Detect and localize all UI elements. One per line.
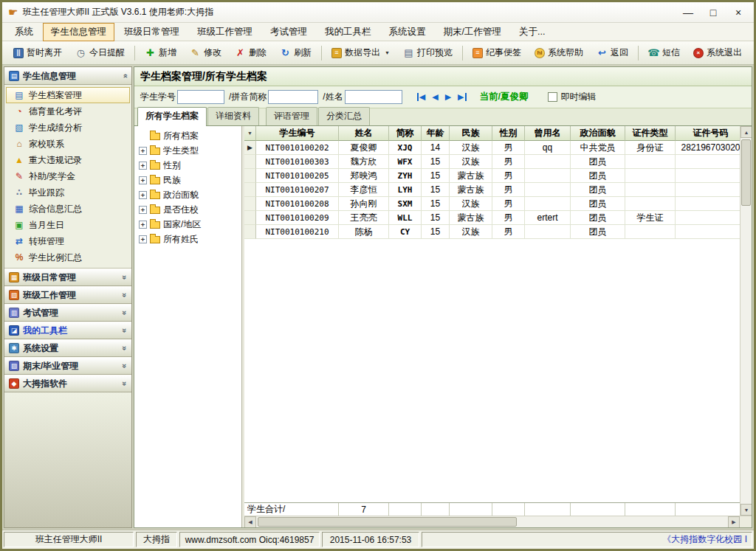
sms-button[interactable]: ☎短信 bbox=[642, 43, 687, 63]
column-header[interactable]: 性别 bbox=[492, 126, 525, 141]
instant-edit-checkbox[interactable] bbox=[548, 92, 557, 102]
table-row[interactable]: NIT0010100209王亮亮WLL15蒙古族男ertert团员学生证1986 bbox=[244, 211, 740, 225]
vertical-scroll-thumb[interactable] bbox=[741, 139, 751, 206]
tree-item[interactable]: +是否住校 bbox=[134, 202, 241, 217]
menu-item[interactable]: 期末/工作管理 bbox=[436, 23, 509, 41]
memo-button[interactable]: ≡纪事便签 bbox=[466, 43, 528, 63]
select-all-header[interactable]: ▼ bbox=[244, 126, 256, 141]
instant-edit-toggle[interactable]: 即时编辑 bbox=[548, 91, 597, 103]
column-header[interactable]: 年龄 bbox=[422, 126, 450, 141]
column-header[interactable]: 简称 bbox=[389, 126, 422, 141]
menu-item[interactable]: 考试管理 bbox=[262, 23, 315, 41]
sidebar-item[interactable]: ▣当月生日 bbox=[6, 217, 130, 233]
table-row[interactable]: NIT0010100208孙向刚SXM15汉族男团员1986 bbox=[244, 197, 740, 211]
table-row[interactable]: NIT0010100205郑映鸿ZYH15蒙古族男团员1986 bbox=[244, 169, 740, 183]
column-header[interactable]: 学生编号 bbox=[256, 126, 339, 141]
system-exit-button[interactable]: ×系统退出 bbox=[687, 43, 749, 63]
scroll-up-button[interactable]: ▲ bbox=[740, 126, 752, 138]
sidebar-item[interactable]: ▦综合信息汇总 bbox=[6, 201, 130, 217]
sidebar-item[interactable]: ✎补助/奖学金 bbox=[6, 168, 130, 184]
sidebar-item[interactable]: ▲重大违规记录 bbox=[6, 152, 130, 168]
tree-expander-icon[interactable]: + bbox=[139, 206, 147, 214]
tree-expander-icon[interactable]: + bbox=[139, 235, 147, 243]
nav-last-button[interactable]: ▶ bbox=[458, 93, 466, 101]
today-reminder-button[interactable]: ◷今日提醒 bbox=[69, 43, 131, 63]
nav-next-button[interactable]: ▶ bbox=[445, 93, 451, 101]
tab-4[interactable]: 分类汇总 bbox=[318, 107, 370, 125]
maximize-button[interactable]: □ bbox=[701, 4, 726, 21]
table-row[interactable]: ▶NIT0010100202夏俊卿XJQ14汉族男qq中共党员身份证282196… bbox=[244, 141, 740, 155]
table-row[interactable]: NIT0010100303魏方欣WFX15汉族男团员1986 bbox=[244, 155, 740, 169]
system-help-button[interactable]: hi系统帮助 bbox=[528, 43, 590, 63]
column-header[interactable]: 政治面貌 bbox=[571, 126, 625, 141]
sidebar-item[interactable]: ▤学生档案管理 bbox=[6, 87, 130, 103]
horizontal-scroll-track[interactable] bbox=[256, 516, 728, 527]
student-id-input[interactable] bbox=[177, 90, 224, 104]
tree-item[interactable]: +学生类型 bbox=[134, 143, 241, 158]
vertical-scrollbar[interactable]: ▲ ▼ bbox=[740, 126, 752, 516]
menu-item[interactable]: 班级日常管理 bbox=[116, 23, 188, 41]
nav-prev-button[interactable]: ◀ bbox=[432, 93, 438, 101]
tree-item[interactable]: +政治面貌 bbox=[134, 187, 241, 202]
scroll-right-button[interactable]: ▶ bbox=[728, 516, 740, 528]
tree-expander-icon[interactable]: + bbox=[139, 176, 147, 184]
table-row[interactable]: NIT0010100207李彦恒LYH15蒙古族男团员1986 bbox=[244, 183, 740, 197]
menu-item[interactable]: 学生信息管理 bbox=[43, 23, 114, 41]
sidebar-group-system-settings[interactable]: ✱系统设置» bbox=[4, 339, 131, 357]
print-preview-button[interactable]: ▤打印预览 bbox=[396, 43, 459, 63]
tree-item[interactable]: +所有姓氏 bbox=[134, 232, 241, 246]
column-header[interactable]: 证件号码 bbox=[676, 126, 740, 141]
tree-item[interactable]: +性别 bbox=[134, 158, 241, 173]
pause-button[interactable]: ||暂时离开 bbox=[7, 43, 69, 63]
sidebar-item[interactable]: ◔德育量化考评 bbox=[6, 103, 130, 119]
nav-first-button[interactable]: ◀ bbox=[417, 93, 425, 101]
sidebar-group-dmz-software[interactable]: ◆大拇指软件» bbox=[4, 375, 131, 392]
tree-expander-icon[interactable]: + bbox=[139, 191, 147, 199]
sidebar-group-my-tools[interactable]: ◪我的工具栏» bbox=[4, 322, 131, 339]
menu-item[interactable]: 系统 bbox=[7, 23, 41, 41]
sidebar-group-term-end[interactable]: ▨期末/毕业管理» bbox=[4, 357, 131, 375]
column-header[interactable]: 姓名 bbox=[339, 126, 389, 141]
sidebar-item[interactable]: ▧学生成绩分析 bbox=[6, 119, 130, 136]
delete-button[interactable]: ✗删除 bbox=[228, 43, 273, 63]
back-button[interactable]: ↩返回 bbox=[590, 43, 635, 63]
student-name-input[interactable] bbox=[345, 90, 402, 104]
minimize-button[interactable]: — bbox=[676, 4, 701, 21]
tree-item[interactable]: +民族 bbox=[134, 173, 241, 187]
menu-item[interactable]: 系统设置 bbox=[381, 23, 434, 41]
sidebar-item[interactable]: ∴毕业跟踪 bbox=[6, 184, 130, 201]
tab-1[interactable]: 所有学生档案 bbox=[137, 107, 207, 126]
scroll-down-button[interactable]: ▼ bbox=[740, 504, 752, 516]
sidebar-group-class-work[interactable]: ▧班级工作管理» bbox=[4, 286, 131, 304]
tab-3[interactable]: 评语管理 bbox=[266, 107, 317, 125]
column-header[interactable]: 民族 bbox=[450, 126, 492, 141]
tree-expander-icon[interactable]: + bbox=[139, 147, 147, 155]
sidebar-group-exam-mgmt[interactable]: ▥考试管理» bbox=[4, 304, 131, 322]
horizontal-scrollbar[interactable]: ◀ ▶ bbox=[244, 516, 752, 527]
tree-item[interactable]: +国家/地区 bbox=[134, 217, 241, 232]
sidebar-group-student-info[interactable]: ▤学生信息管理» bbox=[4, 67, 131, 85]
sidebar-item[interactable]: %学生比例汇总 bbox=[6, 249, 130, 266]
sidebar-group-daily-mgmt[interactable]: ▦班级日常管理» bbox=[4, 268, 131, 286]
horizontal-scroll-thumb[interactable] bbox=[258, 517, 517, 527]
tab-2[interactable]: 详细资料 bbox=[207, 107, 259, 125]
scroll-left-button[interactable]: ◀ bbox=[244, 516, 256, 528]
refresh-button[interactable]: ↻刷新 bbox=[273, 43, 318, 63]
menu-item[interactable]: 我的工具栏 bbox=[317, 23, 379, 41]
tree-item[interactable]: 所有档案 bbox=[134, 128, 241, 143]
table-row[interactable]: NIT0010100210陈杨CY15汉族男团员1986 bbox=[244, 225, 740, 239]
menu-item[interactable]: 关于... bbox=[511, 23, 553, 41]
pinyin-abbr-input[interactable] bbox=[268, 90, 318, 104]
tree-expander-icon[interactable]: + bbox=[139, 162, 147, 170]
column-header[interactable]: 证件类型 bbox=[625, 126, 676, 141]
menu-item[interactable]: 班级工作管理 bbox=[189, 23, 261, 41]
column-header[interactable]: 曾用名 bbox=[525, 126, 571, 141]
sidebar-item[interactable]: ⇄转班管理 bbox=[6, 233, 130, 249]
close-button[interactable]: × bbox=[726, 4, 751, 21]
sidebar-item[interactable]: ⌂家校联系 bbox=[6, 136, 130, 152]
tree-expander-icon[interactable]: + bbox=[139, 221, 147, 229]
data-export-button[interactable]: ≡数据导出▼ bbox=[325, 43, 396, 63]
add-button[interactable]: ✚新增 bbox=[138, 43, 183, 63]
vertical-scroll-track[interactable] bbox=[740, 138, 752, 504]
modify-button[interactable]: ✎修改 bbox=[183, 43, 228, 63]
